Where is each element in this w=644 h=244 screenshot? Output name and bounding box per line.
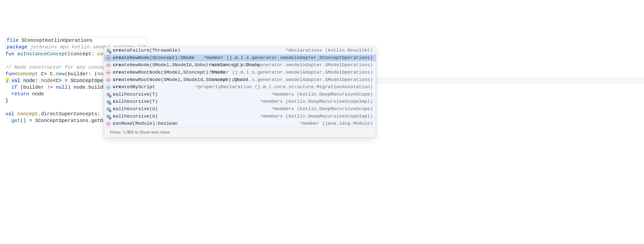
completion-item[interactable]: mcanRead(Module):boolean^member (java.la…: [104, 120, 376, 128]
completion-origin: ^member (j.m.l.s.generator.smodelAdapter…: [210, 70, 373, 76]
completion-kind-icon: N: [106, 107, 111, 112]
completion-origin: ^declarations (kotlin.ResultKt): [286, 48, 373, 54]
completion-kind-icon: N: [106, 92, 111, 97]
completion-origin: ^members (kotlin.DeepRecursiveScope): [272, 106, 373, 112]
completion-label: createNewRootNode(SModel,SConcept):SNode: [113, 70, 226, 76]
completion-label: callRecursive(U): [113, 113, 158, 120]
completion-origin: ^member (j.m.l.s.generator.smodelAdapter…: [210, 77, 373, 83]
package-keyword: package: [7, 44, 28, 50]
completion-item[interactable]: NcallRecursive(T)^members (kotlin.DeepRe…: [104, 98, 376, 106]
completion-origin: ^member (j.m.l.s.generator.smodelAdapter…: [204, 55, 373, 61]
completion-item[interactable]: mcreateNewNode(SModel,SNodeId,SAbstractC…: [104, 62, 376, 69]
completion-origin: ^member (java.lang.Module): [300, 120, 373, 127]
completion-label: createFailure(Throwable): [113, 48, 180, 54]
completion-origin: ^members (kotlin.DeepRecursiveScope): [272, 92, 373, 98]
completion-kind-icon: m: [106, 63, 111, 68]
completion-label: callRecursive(U): [113, 106, 158, 112]
fun-keyword: fun: [6, 71, 14, 77]
completion-label: createNewNode(SConcept):SNode: [113, 55, 194, 61]
file-keyword: file: [7, 38, 18, 43]
completion-label: canRead(Module):boolean: [113, 120, 178, 127]
completion-label: callRecursive(T): [113, 98, 158, 105]
completion-origin: ^propertyDeclaration (j.m.l.core.structu…: [196, 84, 373, 90]
completion-origin: ^members (kotlin.DeepRecursiveScopeImpl): [260, 98, 373, 105]
completion-item[interactable]: mcreateNewNode(SConcept):SNode^member (j…: [104, 54, 376, 62]
completion-kind-icon: m: [106, 70, 111, 75]
completion-kind-icon: p: [106, 85, 111, 90]
intention-bulb-icon[interactable]: 💡: [4, 77, 10, 83]
completion-item[interactable]: mcreateNewRootNode(SModel,SNodeId,SConce…: [104, 76, 376, 84]
completion-item[interactable]: NcallRecursive(T)^members (kotlin.DeepRe…: [104, 91, 376, 98]
completion-item[interactable]: NcallRecursive(U)^members (kotlin.DeepRe…: [104, 113, 376, 120]
function-name: new: [56, 71, 65, 77]
completion-label: createdByScript: [113, 84, 155, 90]
completion-item[interactable]: mcreateNewRootNode(SModel,SConcept):SNod…: [104, 69, 376, 76]
completion-kind-icon: m: [106, 55, 111, 60]
completion-origin: ^member (j.m.l.s.generator.smodelAdapter…: [210, 62, 373, 68]
fun-keyword: fun: [6, 51, 14, 57]
completion-popup[interactable]: NcreateFailure(Throwable)^declarations (…: [104, 47, 376, 138]
function-name: asInstanceConcept: [17, 51, 68, 57]
completion-label: callRecursive(T): [113, 92, 158, 98]
file-name: SConceptKotlinOperations: [22, 38, 92, 43]
completion-kind-icon: N: [106, 48, 111, 53]
comment: // Node constructor for any concept: [6, 64, 109, 70]
completion-kind-icon: N: [106, 99, 111, 104]
completion-footer-hint: Press ⌥⌘B to Show item trace: [104, 128, 376, 137]
completion-item[interactable]: pcreatedByScript^propertyDeclaration (j.…: [104, 84, 376, 91]
completion-kind-icon: m: [106, 121, 111, 126]
completion-origin: ^members (kotlin.DeepRecursiveScopeImpl): [260, 113, 373, 120]
param-open: (concept:: [68, 51, 97, 57]
completion-item[interactable]: NcreateFailure(Throwable)^declarations (…: [104, 47, 376, 54]
completion-kind-icon: N: [106, 114, 111, 119]
completion-kind-icon: m: [106, 77, 111, 82]
completion-item[interactable]: NcallRecursive(U)^members (kotlin.DeepRe…: [104, 106, 376, 113]
